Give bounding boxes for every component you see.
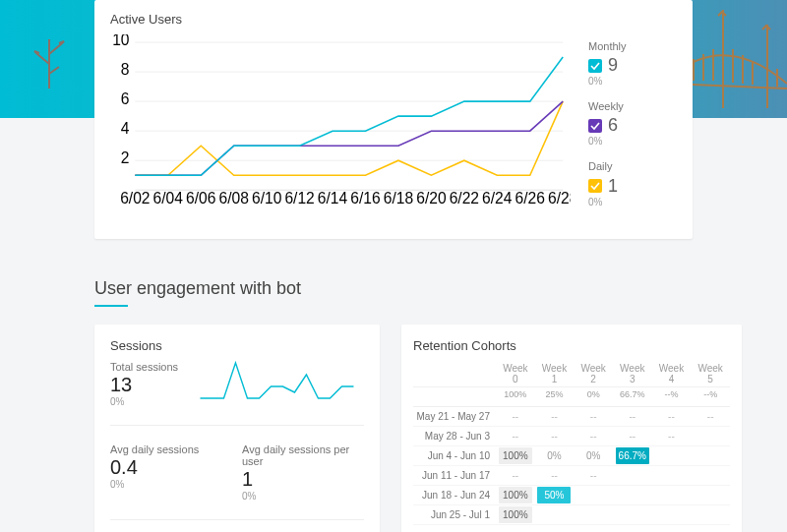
- svg-text:6/18: 6/18: [384, 190, 413, 207]
- retention-col-header: Week 1: [535, 361, 575, 387]
- retention-row: May 21 - May 27------------: [413, 406, 730, 426]
- svg-text:6/28: 6/28: [548, 190, 571, 207]
- divider: [110, 425, 364, 426]
- svg-text:6/04: 6/04: [153, 190, 184, 207]
- svg-text:6/22: 6/22: [450, 190, 479, 207]
- retention-col-header: Week 3: [613, 361, 652, 387]
- svg-text:8: 8: [121, 61, 130, 78]
- svg-text:6/12: 6/12: [284, 190, 314, 207]
- svg-text:4: 4: [121, 120, 130, 137]
- svg-text:2: 2: [121, 149, 130, 166]
- svg-text:6/10: 6/10: [252, 190, 282, 207]
- heading-underline: [94, 305, 128, 307]
- metric-monthly: Monthly 9 0%: [588, 40, 677, 87]
- retention-col-header: Week 5: [691, 361, 730, 387]
- metric-weekly: Weekly 6 0%: [588, 100, 677, 147]
- retention-col-header: Week 2: [574, 361, 613, 387]
- retention-row: Jun 18 - Jun 24100%50%: [413, 485, 730, 504]
- svg-text:6/26: 6/26: [515, 190, 545, 207]
- retention-row: May 28 - Jun 3----------: [413, 426, 730, 445]
- svg-text:6/08: 6/08: [219, 190, 249, 207]
- retention-table: Week 0Week 1Week 2Week 3Week 4Week 5 100…: [413, 361, 730, 525]
- svg-text:6/24: 6/24: [482, 190, 513, 207]
- retention-col-header: Week 0: [496, 361, 535, 387]
- stat-avg-daily-sessions: Avg daily sessions 0.4 0%: [110, 443, 232, 502]
- divider: [110, 519, 364, 520]
- svg-text:6/14: 6/14: [318, 190, 348, 207]
- svg-text:6/16: 6/16: [350, 190, 380, 207]
- svg-text:6/20: 6/20: [416, 190, 447, 207]
- card-title: Active Users: [110, 12, 677, 27]
- checkbox-daily[interactable]: [588, 179, 602, 193]
- active-users-chart[interactable]: 2468106/026/046/066/086/106/126/146/166/…: [110, 34, 571, 209]
- retention-row: Jun 25 - Jul 1100%: [413, 504, 730, 524]
- tree-icon: [30, 30, 69, 89]
- svg-text:10: 10: [112, 34, 130, 48]
- svg-text:6/06: 6/06: [186, 190, 215, 207]
- card-title: Retention Cohorts: [413, 338, 730, 353]
- active-users-card: Active Users 2468106/026/046/066/086/106…: [94, 0, 693, 239]
- retention-row: Jun 11 - Jun 17------: [413, 465, 730, 485]
- sessions-card: Sessions Total sessions 13 0% Avg daily …: [94, 325, 380, 532]
- checkbox-monthly[interactable]: [588, 59, 602, 73]
- stat-total-sessions: Total sessions 13 0%: [110, 361, 364, 407]
- metric-daily: Daily 1 0%: [588, 160, 677, 207]
- svg-text:6/02: 6/02: [120, 190, 150, 207]
- retention-col-header: Week 4: [652, 361, 692, 387]
- stat-avg-daily-per-user: Avg daily sessions per user 1 0%: [242, 443, 364, 502]
- retention-card: Retention Cohorts Week 0Week 1Week 2Week…: [401, 325, 742, 532]
- retention-row: Jun 4 - Jun 10100%0%0%66.7%: [413, 445, 730, 465]
- svg-text:6: 6: [121, 90, 130, 107]
- checkbox-weekly[interactable]: [588, 119, 602, 133]
- active-users-legend: Monthly 9 0% Weekly 6 0% Daily: [588, 34, 677, 221]
- card-title: Sessions: [110, 338, 364, 353]
- sessions-sparkline: [190, 361, 364, 404]
- engagement-heading: User engagement with bot: [94, 278, 693, 299]
